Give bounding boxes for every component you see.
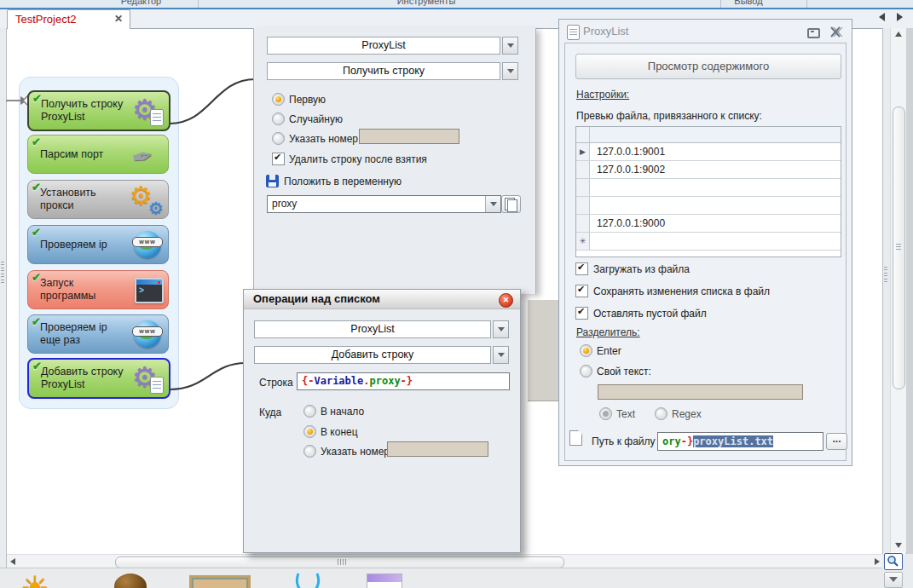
checkbox-save-changes[interactable] [575,285,588,297]
radio-regex-mode[interactable] [655,407,667,420]
close-icon[interactable]: ✕ [499,293,513,308]
success-check-icon: ✔ [32,92,42,105]
close-icon[interactable] [830,26,843,37]
chevron-down-icon [493,320,509,338]
success-check-icon: ✔ [32,315,41,328]
radio-to-begin[interactable] [303,405,316,418]
left-splitter[interactable] [0,28,7,588]
picture-frame-icon[interactable] [189,575,251,588]
preview-label: Превью файла, привязанного к списку: [576,110,762,122]
radio-text-mode[interactable] [599,407,612,420]
horizontal-scrollbar-thumb[interactable] [115,556,564,568]
checkbox-load-from-file[interactable] [575,262,588,275]
tab-scroll-right-icon[interactable] [897,13,903,21]
save-variable-icon [266,175,279,187]
tab-scroll-left-icon[interactable] [879,13,885,21]
radio-to-end[interactable] [303,425,316,438]
action-block-check-ip[interactable]: ✔ Проверяем ip www [27,225,169,264]
bird-icon[interactable] [114,574,147,588]
ribbon-group-tools: Инструменты [367,0,486,6]
collapse-icon[interactable] [807,28,820,38]
list-operations-dialog: Операции над списком ✕ ProxyList Добавит… [243,289,521,553]
ribbon-group-editor: Редактор [109,0,173,6]
grid-row[interactable]: 127.0.0.1:9002 [576,161,841,179]
success-check-icon: ✔ [32,135,41,148]
scroll-left-icon[interactable] [7,555,18,568]
ribbon-strip: Редактор Инструменты Вывод [0,0,913,9]
gear-document-icon: ⚙ [132,95,165,126]
right-splitter[interactable] [882,28,890,554]
position-number-input[interactable] [387,441,488,457]
list-select-dropdown[interactable]: ProxyList [267,37,518,55]
chevron-down-icon [502,62,518,80]
gear-document-icon: ⚙ [132,363,165,394]
grid-row[interactable]: ▶ 127.0.0.1:9001 [576,143,841,161]
grid-new-row[interactable]: ✳ [576,233,841,251]
tab-testproject2[interactable]: TestProject2 ✕ [7,9,130,29]
tweezers-icon[interactable] [292,572,329,588]
radio-custom-separator[interactable] [580,365,592,378]
file-path-input[interactable]: ory-}proxyList.txt [657,432,823,451]
new-row-marker-icon: ✳ [576,233,590,250]
tab-close-icon[interactable]: ✕ [114,13,123,25]
action-block-add-line[interactable]: ✔ Добавить строку ProxyList ⚙ [27,358,170,399]
action-block-parse-port[interactable]: ✔ Парсим порт ✒ [27,135,169,174]
globe-www-icon: www [131,229,164,260]
ribbon-divider [720,0,721,8]
settings-link[interactable]: Настройки: [576,89,629,101]
globe-www-icon: www [131,319,164,349]
success-check-icon: ✔ [32,181,41,193]
bottom-toolbar: ☀ [0,568,882,588]
list-document-icon [567,25,580,40]
radio-line-number[interactable] [272,132,285,145]
success-check-icon: ✔ [32,360,42,372]
preview-grid: ▶ 127.0.0.1:9001 127.0.0.1:9002 127.0.0.… [575,126,841,257]
background-window-fragment [528,300,561,401]
dialog-title: Операции над списком [253,292,380,305]
proxylist-dialog: ProxyList Просмотр содержимого Настройки… [558,19,852,466]
grid-row[interactable] [576,197,841,215]
grid-row[interactable] [576,179,841,197]
view-options-button[interactable] [884,572,903,588]
ribbon-divider [198,0,199,8]
zoom-button[interactable] [884,553,903,570]
radio-to-number[interactable] [303,445,316,458]
dialog-titlebar[interactable]: Операции над списком ✕ [244,290,520,309]
chevron-down-icon [493,346,509,364]
file-icon [569,430,582,446]
action-block-check-ip-again[interactable]: ✔ Проверяем ip еще раз www [27,314,169,354]
action-block-get-line[interactable]: ✔ Получить строку ProxyList ⚙ [27,90,170,131]
pen-icon: ✒ [131,139,164,170]
line-value-input[interactable]: {-Variable.proxy-} [297,372,510,390]
scroll-right-icon[interactable] [871,555,882,568]
copy-button[interactable] [501,195,521,213]
radio-first-line[interactable] [272,93,285,106]
vertical-scrollbar[interactable] [890,28,906,552]
window-edge [905,28,913,588]
purple-document-icon[interactable] [367,574,402,588]
action-block-set-proxy[interactable]: ✔ Установить прокси ⚙⚙ [27,180,169,219]
chevron-down-icon [502,37,518,55]
scroll-up-icon[interactable] [891,28,906,41]
grid-row[interactable]: 127.0.0.1:9000 [576,215,841,233]
sun-gear-icon[interactable]: ☀ [20,572,49,588]
scroll-down-icon[interactable] [891,539,906,552]
vertical-scrollbar-thumb[interactable] [893,107,905,389]
checkbox-keep-empty-file[interactable] [575,307,588,320]
browse-button[interactable]: ... [826,433,847,450]
horizontal-scrollbar[interactable] [7,554,882,568]
list-select-dropdown[interactable]: ProxyList [254,320,509,338]
radio-random-line[interactable] [272,112,285,125]
view-contents-button[interactable]: Просмотр содержимого [575,54,841,79]
action-block-run-program[interactable]: ✔ Запуск программы > [27,270,169,309]
action-select-dropdown[interactable]: Добавить строку [254,346,509,364]
action-select-dropdown[interactable]: Получить строку [267,62,518,80]
selected-text: proxyList.txt [693,435,773,447]
success-check-icon: ✔ [32,226,41,239]
custom-separator-input[interactable] [598,384,803,400]
separator-link[interactable]: Разделитель: [576,326,640,338]
line-number-input[interactable] [359,129,459,144]
variable-combo[interactable]: proxy [267,195,501,213]
radio-enter-separator[interactable] [580,344,592,357]
checkbox-delete-after-take[interactable] [272,153,285,165]
